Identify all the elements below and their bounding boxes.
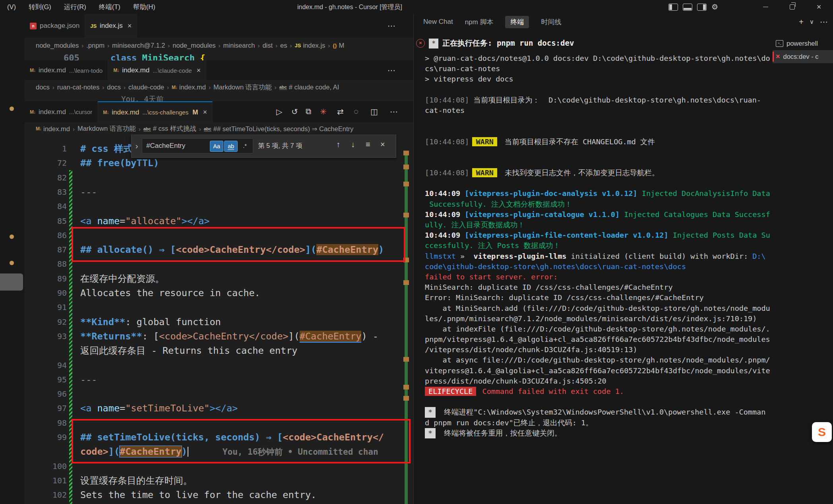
next-match-icon[interactable]: ↓ [351, 140, 355, 149]
close-find-icon[interactable]: × [380, 140, 385, 149]
close-tab-icon[interactable]: × [197, 66, 201, 75]
breadcrumb-separator: › [199, 126, 201, 132]
code-row-94: 94 [25, 358, 408, 372]
tab-package-json[interactable]: npackage.json [25, 14, 85, 38]
tab-index-md[interactable]: M↓index.md...\claude-code× [108, 60, 206, 80]
previous-match-icon[interactable]: ↑ [336, 140, 340, 149]
code-row-93: 93**Returns**: [<code>CacheEntry</code>]… [25, 329, 408, 343]
breadcrumb-item[interactable]: M↓index.md [36, 125, 70, 133]
toggle-secondary-sidebar-icon[interactable] [697, 4, 707, 11]
markdown-icon: M↓ [30, 68, 35, 73]
ruler-match-mark [403, 213, 409, 217]
stagewise-overlay-button[interactable]: S [812, 422, 832, 442]
panel-tab--[interactable]: 终端 [505, 16, 529, 28]
strip-scrollbar-thumb[interactable] [0, 273, 23, 291]
breadcrumb-item[interactable]: abc# css 样式挑战 [143, 124, 196, 133]
timeline-history-icon[interactable]: ↺ [291, 107, 298, 116]
toggle-primary-sidebar-icon[interactable] [668, 4, 678, 11]
breadcrumb-item[interactable]: dist [262, 42, 273, 49]
more-actions-icon[interactable]: ⋯ [387, 60, 396, 80]
tab-index-md[interactable]: M↓index.md...\learn-todo [25, 60, 108, 80]
menu-item[interactable]: 转到(G) [22, 3, 58, 12]
modified-dot [10, 107, 14, 111]
breadcrumb-item[interactable]: Markdown 语言功能 [213, 83, 272, 92]
breadcrumb-item[interactable]: node_modules [36, 42, 79, 49]
breadcrumb-separator: › [219, 42, 221, 49]
close-tab-icon[interactable]: × [128, 22, 132, 30]
panel-tab--[interactable]: 时间线 [541, 17, 561, 27]
breadcrumb: node_modules›.pnpm›minisearch@7.1.2›node… [25, 38, 413, 53]
more-actions-icon[interactable]: ⋯ [387, 14, 396, 38]
find-in-selection-icon[interactable]: ≡ [366, 140, 370, 149]
terminal-list-item-powershell[interactable]: >_powershell [773, 37, 833, 50]
terminal-line [425, 178, 790, 188]
breadcrumb-item[interactable]: {}M [333, 42, 344, 49]
sync-icon[interactable]: ◌ [354, 107, 358, 116]
breadcrumb-item[interactable]: abc## setTimeToLive(ticks, seconds) ⇒ Ca… [204, 125, 353, 133]
panel-tab-npm-[interactable]: npm 脚本 [465, 17, 494, 27]
breadcrumb-item[interactable]: minisearch@7.1.2 [112, 42, 165, 49]
breadcrumb-item[interactable]: ruan-cat-notes [57, 83, 99, 91]
more-actions-icon[interactable]: ⋯ [390, 107, 398, 116]
find-input[interactable]: Aaab.* [142, 138, 253, 153]
breadcrumb-item[interactable]: es [280, 42, 287, 49]
task-status-row: × * 正在执行任务: pnpm run docs:dev [416, 38, 574, 49]
restore-button[interactable] [779, 0, 806, 14]
terminal-line: [10:44:08]WARN 当前项目根目录不存在 CHANGELOG.md 文… [425, 137, 790, 147]
breadcrumb-item[interactable]: .pnpm [86, 42, 105, 49]
breadcrumb-separator: › [139, 126, 141, 132]
menu-item[interactable]: (V) [1, 3, 22, 11]
tab-index-js[interactable]: JSindex.js× [85, 14, 137, 38]
panel-more-icon[interactable]: ⋯ [820, 17, 828, 27]
panel-terminal: New Chatnpm 脚本终端时间线 + ∨ ⋯ × * 正在执行任务: pn… [413, 14, 833, 504]
whole-word-toggle[interactable]: ab [224, 141, 238, 152]
menu-bar: (V)转到(G)运行(R)终端(T)帮助(H) [1, 0, 162, 14]
new-terminal-icon[interactable]: + [799, 17, 804, 27]
terminal-line: at indexFile (file:///D:/code/github-des… [425, 324, 790, 334]
panel-tab-New-Chat[interactable]: New Chat [423, 18, 453, 26]
breadcrumb-item[interactable]: M↓index.md [172, 83, 206, 91]
breadcrumb-item[interactable]: claude-code [128, 83, 164, 91]
breadcrumb-item[interactable]: abc# claude code, AI [279, 83, 339, 91]
compare-changes-icon[interactable]: ⇄ [337, 107, 344, 116]
settings-gear-icon[interactable]: ⚙ [711, 0, 718, 14]
breadcrumb-item[interactable]: Markdown 语言功能 [77, 124, 136, 133]
cursor-ai-icon[interactable]: ✳ [320, 107, 327, 116]
close-button[interactable]: × [806, 0, 832, 14]
search-input[interactable] [145, 139, 207, 153]
menu-item[interactable]: 运行(R) [58, 3, 93, 12]
split-editor-icon[interactable]: ◫ [370, 107, 378, 116]
minimize-button[interactable] [752, 0, 779, 14]
toggle-replace-chevron-icon[interactable]: › [132, 142, 142, 151]
terminal-line: at MiniSearch.add (file:///D:/code/githu… [425, 303, 790, 314]
terminal-list-item-docs-dev-c[interactable]: ×docs:dev - c [773, 50, 833, 63]
collapsed-editor-strip [0, 14, 25, 504]
regex-toggle[interactable]: .* [238, 141, 251, 151]
breadcrumb-item[interactable]: minisearch [223, 42, 255, 49]
run-button[interactable]: ▷ [276, 107, 282, 116]
breadcrumb-item[interactable]: node_modules [172, 42, 215, 49]
match-case-toggle[interactable]: Aa [210, 141, 223, 152]
terminal-line: 10:44:09 [vitepress-plugin-doc-analysis … [425, 188, 790, 199]
toggle-panel-icon[interactable] [683, 4, 692, 11]
terminal-dropdown-chevron-icon[interactable]: ∨ [810, 18, 814, 25]
breadcrumb-item[interactable]: docs [36, 83, 50, 91]
tab-index-md[interactable]: M↓index.md...\css-challengesM× [98, 101, 213, 122]
markdown-icon: M↓ [36, 126, 41, 132]
symbol-string-icon: abc [204, 126, 211, 132]
menu-item[interactable]: 帮助(H) [127, 3, 162, 12]
breadcrumb-item[interactable]: docs [107, 83, 121, 91]
terminal-line: MiniSearch: duplicate ID /css/css-challe… [425, 282, 790, 293]
terminal-output[interactable]: > @ruan-cat-docs/notes@1.0.0 docs:dev D:… [425, 53, 790, 438]
breadcrumb-item[interactable]: JSindex.js [295, 42, 325, 49]
breadcrumb: docs›ruan-cat-notes›docs›claude-code›M↓i… [25, 80, 413, 94]
close-tab-icon[interactable]: × [203, 108, 207, 116]
tab-index-md[interactable]: M↓index.md...\cursor [25, 101, 98, 122]
open-preview-icon[interactable]: ⧉ [306, 107, 311, 116]
code-row-91: 91 [25, 300, 408, 314]
code-row-102: 102Sets the time to live for the cache e… [25, 488, 408, 502]
terminal-line [425, 397, 790, 407]
menu-item[interactable]: 终端(T) [93, 3, 127, 12]
markdown-icon: M↓ [113, 68, 119, 73]
line-number: 89 [37, 271, 67, 286]
